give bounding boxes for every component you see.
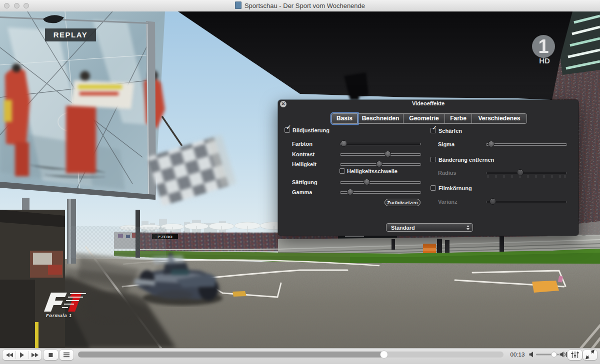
svg-text:Formula 1: Formula 1 [46,313,72,318]
svg-text:00:13: 00:13 [510,352,525,358]
svg-text:HD: HD [539,56,550,65]
svg-text:1: 1 [538,36,548,57]
